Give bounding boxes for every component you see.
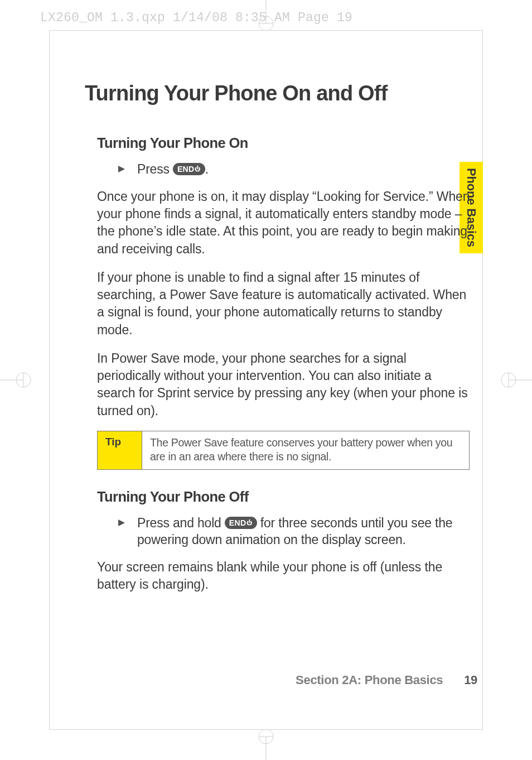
instruction-text: Press END⏻.: [137, 161, 209, 178]
tip-text: The Power Save feature conserves your ba…: [142, 431, 469, 469]
text-run: Press and hold: [137, 516, 225, 530]
key-label: END: [177, 165, 194, 174]
registration-mark-bottom: [254, 727, 278, 760]
svg-marker-13: [118, 520, 125, 526]
triangle-bullet-icon: [117, 515, 127, 532]
body-paragraph: If your phone is unable to find a signal…: [97, 269, 471, 339]
section-label: Section 2A: Phone Basics: [296, 673, 443, 687]
body-paragraph: In Power Save mode, your phone searches …: [97, 350, 471, 420]
body-paragraph: Your screen remains blank while your pho…: [97, 559, 471, 594]
triangle-bullet-icon: [117, 161, 127, 178]
registration-mark-left: [0, 368, 33, 392]
page-footer: Section 2A: Phone Basics 19: [296, 673, 477, 687]
print-crop-header: LX260_OM 1.3.qxp 1/14/08 8:35 AM Page 19: [40, 11, 352, 25]
page-number: 19: [464, 673, 477, 687]
end-key-icon: END⏻: [173, 163, 205, 175]
crop-edge: [49, 30, 483, 31]
page-title: Turning Your Phone On and Off: [85, 83, 481, 105]
svg-marker-12: [118, 166, 125, 172]
page-content: Turning Your Phone On and Off Turning Yo…: [85, 83, 481, 604]
end-key-icon: END⏻: [225, 517, 257, 529]
power-symbol-icon: ⏻: [246, 520, 252, 526]
instruction-step: Press and hold END⏻ for three seconds un…: [117, 515, 481, 549]
key-label: END: [229, 518, 246, 527]
tip-label: Tip: [98, 431, 142, 469]
crop-edge: [49, 30, 50, 730]
power-symbol-icon: ⏻: [195, 166, 200, 172]
subheading-phone-on: Turning Your Phone On: [97, 135, 481, 151]
crop-edge: [482, 30, 483, 730]
text-run: Press: [137, 162, 173, 176]
crop-edge: [49, 729, 483, 730]
subheading-phone-off: Turning Your Phone Off: [97, 489, 481, 505]
registration-mark-top: [254, 0, 278, 33]
text-run: .: [205, 162, 209, 176]
body-paragraph: Once your phone is on, it may display “L…: [97, 188, 471, 258]
instruction-text: Press and hold END⏻ for three seconds un…: [137, 515, 481, 549]
tip-callout: Tip The Power Save feature conserves you…: [97, 431, 470, 470]
registration-mark-right: [499, 368, 532, 392]
instruction-step: Press END⏻.: [117, 161, 481, 178]
